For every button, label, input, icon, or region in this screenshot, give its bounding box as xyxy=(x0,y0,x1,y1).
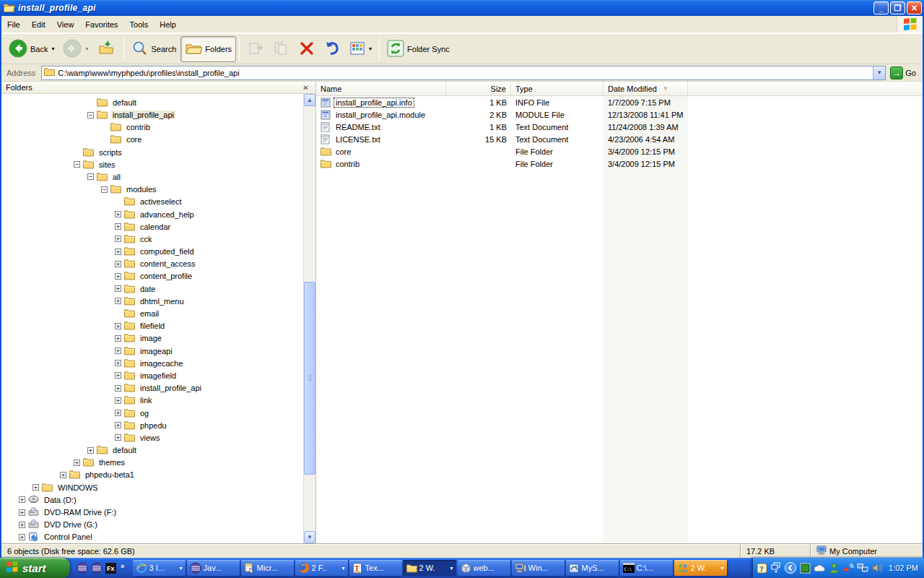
minus-expander-icon[interactable]: − xyxy=(87,112,94,118)
plus-expander-icon[interactable]: + xyxy=(74,460,80,466)
task-button[interactable]: Micr... xyxy=(241,560,294,576)
minus-expander-icon[interactable]: − xyxy=(74,161,80,168)
move-to-button[interactable] xyxy=(243,36,269,62)
quick-launch-fx-icon[interactable]: Fx xyxy=(105,562,117,574)
task-button[interactable]: Win... xyxy=(512,560,565,576)
plus-expander-icon[interactable]: + xyxy=(115,211,121,217)
views-button[interactable]: ▾ xyxy=(345,36,376,62)
tree-item[interactable]: −sites xyxy=(1,158,303,171)
tree-item[interactable]: contrib xyxy=(1,121,303,134)
file-row[interactable]: coreFile Folder3/4/2009 12:15 PM xyxy=(316,145,923,158)
close-button[interactable]: ✕ xyxy=(907,1,922,14)
plus-expander-icon[interactable]: + xyxy=(115,323,121,329)
back-dropdown-icon[interactable]: ▾ xyxy=(51,46,54,52)
task-button[interactable]: 2 W.▾ xyxy=(404,560,456,576)
plus-expander-icon[interactable]: + xyxy=(115,223,121,230)
tree-item[interactable]: +themes xyxy=(1,457,303,469)
go-button[interactable]: → Go xyxy=(889,66,920,79)
minimize-button[interactable]: _ xyxy=(873,1,889,14)
plus-expander-icon[interactable]: + xyxy=(87,447,94,454)
menu-tools[interactable]: Tools xyxy=(124,18,154,31)
plus-expander-icon[interactable]: + xyxy=(115,285,121,292)
plus-expander-icon[interactable]: + xyxy=(115,298,121,304)
delete-button[interactable] xyxy=(295,36,319,62)
plus-expander-icon[interactable]: + xyxy=(115,422,121,428)
start-button[interactable]: start xyxy=(0,558,70,578)
plus-expander-icon[interactable]: + xyxy=(115,236,121,242)
plus-expander-icon[interactable]: + xyxy=(19,522,25,528)
plus-expander-icon[interactable]: + xyxy=(115,360,121,366)
menu-help[interactable]: Help xyxy=(154,18,182,31)
file-row[interactable]: 10install_profile_api.module2 KBMODULE F… xyxy=(316,108,923,121)
tree-item[interactable]: +advanced_help xyxy=(1,208,303,220)
tree-item[interactable]: +content_access xyxy=(1,258,303,270)
scrollbar-track[interactable] xyxy=(304,106,315,531)
phone-icon[interactable] xyxy=(842,562,854,574)
tree-item[interactable]: +WINDOWS xyxy=(1,481,303,493)
collapse-chevron-icon[interactable] xyxy=(785,562,796,574)
tree-item[interactable]: +phpedu-beta1 xyxy=(1,469,303,481)
copy-to-button[interactable] xyxy=(269,36,295,62)
folder-sync-button[interactable]: Folder Sync xyxy=(383,36,454,62)
plus-expander-icon[interactable]: + xyxy=(115,261,121,267)
plus-expander-icon[interactable]: + xyxy=(115,249,121,255)
file-row[interactable]: README.txt1 KBText Document11/24/2008 1:… xyxy=(316,121,923,133)
forward-button[interactable]: ▾ xyxy=(58,36,92,62)
plus-expander-icon[interactable]: + xyxy=(115,372,121,379)
tree-item[interactable]: +computed_field xyxy=(1,246,303,258)
tree-item[interactable]: +link xyxy=(1,394,303,407)
tree-item[interactable]: +imagefield xyxy=(1,369,303,381)
plus-expander-icon[interactable]: + xyxy=(115,273,121,280)
tree-item[interactable]: +DVD-RAM Drive (F:) xyxy=(1,506,303,518)
scroll-down-icon[interactable]: ▼ xyxy=(304,531,315,543)
tree-item[interactable]: +date xyxy=(1,282,303,295)
menu-file[interactable]: File xyxy=(1,18,26,31)
tree-item[interactable]: +views xyxy=(1,431,303,444)
plus-expander-icon[interactable]: + xyxy=(60,472,66,478)
plus-expander-icon[interactable]: + xyxy=(115,434,121,441)
tree-item[interactable]: +og xyxy=(1,407,303,419)
tree-item[interactable]: −all xyxy=(1,171,303,183)
task-button[interactable]: Jav... xyxy=(187,560,240,576)
task-button[interactable]: 2 F..▾ xyxy=(295,560,348,576)
scrollbar-thumb[interactable] xyxy=(304,282,315,475)
search-button[interactable]: Search xyxy=(127,36,181,62)
plus-expander-icon[interactable]: + xyxy=(19,534,25,540)
views-dropdown-icon[interactable]: ▾ xyxy=(369,46,372,52)
plus-expander-icon[interactable]: + xyxy=(115,335,121,342)
tree-item[interactable]: core xyxy=(1,134,303,146)
column-header-date-modified[interactable]: Date Modified▼ xyxy=(603,82,688,95)
tree-item[interactable]: email xyxy=(1,307,303,319)
hidden-icons-icon[interactable] xyxy=(770,562,782,574)
column-header-size[interactable]: Size xyxy=(446,82,511,95)
taskbar-clock[interactable]: 1:02 PM xyxy=(889,564,918,572)
task-button[interactable]: TTex... xyxy=(349,560,402,576)
tree-item[interactable]: +image xyxy=(1,332,303,345)
restore-button[interactable]: ❐ xyxy=(890,1,905,14)
tree-item[interactable]: +imageapi xyxy=(1,345,303,357)
task-button[interactable]: 3 I...▾ xyxy=(133,560,186,576)
tree-item[interactable]: +imagecache xyxy=(1,357,303,369)
tree-item[interactable]: +default xyxy=(1,444,303,457)
folders-panel-close-icon[interactable]: ✕ xyxy=(300,82,311,93)
tree-item[interactable]: +DVD Drive (G:) xyxy=(1,519,303,531)
tree-item[interactable]: +content_profile xyxy=(1,270,303,282)
tree-item[interactable]: +Control Panel xyxy=(1,531,303,543)
menu-edit[interactable]: Edit xyxy=(26,18,51,31)
column-header-type[interactable]: Type xyxy=(511,82,603,95)
task-button[interactable]: web... xyxy=(458,560,510,576)
tree-item[interactable]: +filefield xyxy=(1,320,303,332)
network-computers-icon[interactable] xyxy=(857,562,868,574)
tree-item[interactable]: activeselect xyxy=(1,196,303,208)
address-dropdown-icon[interactable]: ▼ xyxy=(873,66,885,79)
scroll-up-icon[interactable]: ▲ xyxy=(304,94,315,106)
plus-expander-icon[interactable]: + xyxy=(19,509,25,516)
tree-scrollbar[interactable]: ▲ ▼ xyxy=(303,94,315,543)
undo-button[interactable] xyxy=(319,36,345,62)
plus-expander-icon[interactable]: + xyxy=(115,385,121,392)
column-header-name[interactable]: Name xyxy=(316,82,446,95)
back-button[interactable]: Back ▾ xyxy=(4,36,58,62)
task-dropdown-icon[interactable]: ▾ xyxy=(180,565,183,571)
tree-item[interactable]: +dhtml_menu xyxy=(1,295,303,307)
minus-expander-icon[interactable]: − xyxy=(87,173,94,180)
